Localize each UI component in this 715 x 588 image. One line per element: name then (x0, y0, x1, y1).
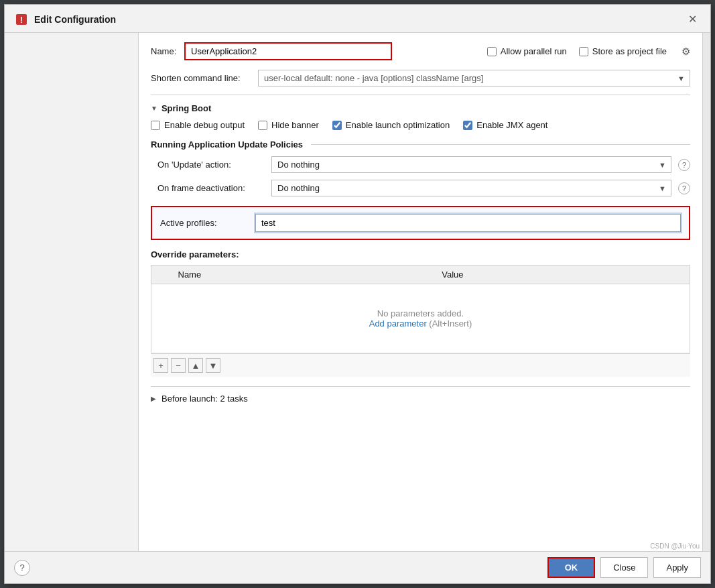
enable-jmx-checkbox[interactable] (463, 121, 472, 130)
main-panel: Name: Allow parallel run Store as projec… (139, 33, 702, 551)
content-area: Name: Allow parallel run Store as projec… (5, 33, 710, 551)
spring-boot-section-title: ▼ Spring Boot (151, 103, 690, 113)
active-profiles-section: Active profiles: (151, 206, 690, 240)
no-params-message: No parameters added. (178, 308, 663, 318)
shorten-select[interactable]: user-local default: none - java [options… (258, 70, 690, 86)
gear-icon[interactable]: ⚙ (681, 46, 690, 58)
enable-debug-label[interactable]: Enable debug output (151, 120, 245, 130)
frame-deactivation-select[interactable]: Do nothing Update resources Update class… (271, 180, 671, 196)
params-col-value: Value (435, 266, 690, 284)
update-action-label: On 'Update' action: (157, 160, 265, 170)
move-up-button[interactable]: ▲ (188, 358, 203, 373)
params-empty-cell: No parameters added. Add parameter (Alt+… (151, 284, 690, 353)
ok-button[interactable]: OK (547, 557, 596, 578)
enable-debug-checkbox[interactable] (151, 121, 160, 130)
params-table: Name Value No parameters added. (151, 265, 690, 353)
svg-text:!: ! (20, 15, 23, 25)
frame-deactivation-label: On frame deactivation: (157, 183, 265, 193)
edit-configuration-dialog: ! Edit Configuration ✕ Name: Allow par (4, 4, 711, 584)
params-empty-row: No parameters added. Add parameter (Alt+… (151, 284, 690, 353)
store-as-project-label[interactable]: Store as project file (579, 46, 667, 56)
remove-param-button[interactable]: − (171, 358, 186, 373)
params-col-name: Name (172, 266, 436, 284)
frame-deactivation-help-icon[interactable]: ? (678, 182, 690, 194)
update-policies-section: Running Application Update Policies On '… (151, 139, 690, 196)
hide-banner-checkbox[interactable] (258, 121, 267, 130)
update-action-select-wrapper: Do nothing Update resources Update class… (271, 156, 671, 173)
frame-deactivation-select-wrapper: Do nothing Update resources Update class… (271, 180, 671, 196)
bottom-bar: ? OK Close Apply (5, 551, 710, 583)
watermark: CSDN @Jiu·You (650, 542, 700, 550)
move-down-button[interactable]: ▼ (206, 358, 220, 373)
form-area: Name: Allow parallel run Store as projec… (139, 33, 702, 551)
shorten-command-row: Shorten command line: user-local default… (151, 70, 690, 86)
shorten-select-wrapper: user-local default: none - java [options… (258, 70, 690, 86)
allow-parallel-checkbox[interactable] (487, 47, 497, 56)
scrollbar[interactable] (702, 33, 710, 551)
add-param-link[interactable]: Add parameter (369, 318, 427, 329)
update-action-select[interactable]: Do nothing Update resources Update class… (271, 156, 671, 173)
name-input[interactable] (184, 42, 392, 60)
spring-boot-collapse-arrow[interactable]: ▼ (151, 105, 157, 112)
left-panel (5, 33, 139, 551)
enable-jmx-label[interactable]: Enable JMX agent (463, 120, 547, 130)
add-param-shortcut: (Alt+Insert) (429, 318, 472, 329)
table-actions-bar: + − ▲ ▼ (151, 353, 690, 377)
apply-button[interactable]: Apply (653, 557, 701, 578)
hide-banner-label[interactable]: Hide banner (258, 120, 319, 130)
close-button[interactable]: ✕ (684, 11, 701, 27)
store-as-project-checkbox[interactable] (579, 47, 588, 56)
dialog-icon: ! (14, 12, 29, 27)
frame-deactivation-row: On frame deactivation: Do nothing Update… (151, 180, 690, 196)
enable-launch-label[interactable]: Enable launch optimization (332, 120, 450, 130)
shorten-label: Shorten command line: (151, 73, 251, 83)
active-profiles-input[interactable] (255, 214, 681, 232)
title-bar-left: ! Edit Configuration (14, 12, 116, 27)
update-action-row: On 'Update' action: Do nothing Update re… (151, 156, 690, 173)
before-launch-label: Before launch: 2 tasks (161, 394, 248, 404)
name-label: Name: (151, 46, 178, 56)
title-bar: ! Edit Configuration ✕ (5, 5, 710, 33)
divider-1 (151, 95, 690, 95)
add-param-row: Add parameter (Alt+Insert) (178, 318, 663, 329)
update-policies-title: Running Application Update Policies (151, 139, 690, 150)
before-launch-section[interactable]: ▶ Before launch: 2 tasks (151, 386, 690, 410)
active-profiles-label: Active profiles: (160, 218, 247, 228)
before-launch-collapse-icon: ▶ (151, 395, 156, 402)
override-parameters-title: Override parameters: (151, 249, 690, 259)
spring-boot-checkboxes: Enable debug output Hide banner Enable l… (151, 120, 690, 130)
params-col-checkbox (151, 266, 172, 284)
name-options: Allow parallel run Store as project file… (487, 46, 690, 58)
params-table-header: Name Value (151, 266, 690, 284)
params-empty-area: No parameters added. Add parameter (Alt+… (158, 288, 683, 349)
dialog-title: Edit Configuration (34, 14, 116, 25)
name-row: Name: Allow parallel run Store as projec… (151, 42, 690, 60)
help-button[interactable]: ? (14, 560, 30, 576)
add-param-button[interactable]: + (153, 358, 168, 373)
enable-launch-checkbox[interactable] (332, 121, 342, 130)
close-dialog-button[interactable]: Close (600, 557, 648, 578)
allow-parallel-label[interactable]: Allow parallel run (487, 46, 567, 56)
override-parameters-section: Override parameters: Name Value (151, 249, 690, 377)
bottom-buttons: OK Close Apply (547, 557, 701, 578)
update-action-help-icon[interactable]: ? (678, 159, 690, 171)
